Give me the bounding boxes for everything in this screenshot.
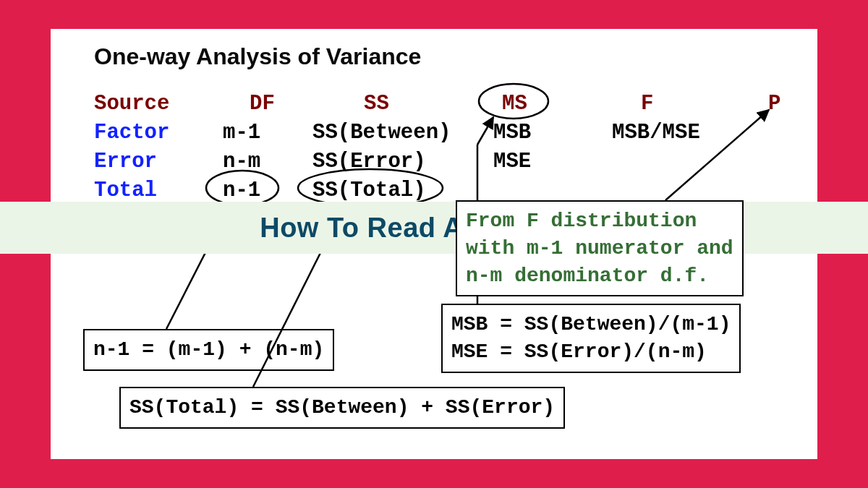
row-total-ss: SS(Total) [312,179,426,202]
row-factor-f: MSB/MSE [612,121,700,145]
row-error-df: n-m [223,150,260,174]
row-error-ms: MSE [493,150,531,174]
formula-fdist-line3: n-m denominator d.f. [466,262,733,290]
formula-df-total: n-1 = (m-1) + (n-m) [83,329,334,371]
row-total-label: Total [94,179,157,202]
row-error-ss: SS(Error) [312,150,426,174]
col-ms: MS [502,92,527,116]
svg-line-6 [477,117,493,145]
formula-ms: MSB = SS(Between)/(m-1) MSE = SS(Error)/… [441,304,741,373]
row-factor-df: m-1 [223,121,260,145]
col-df: DF [250,92,275,116]
col-f: F [641,92,653,116]
row-error-label: Error [94,150,157,174]
formula-msb: MSB = SS(Between)/(m-1) [451,311,731,338]
row-factor-ss: SS(Between) [312,121,451,145]
formula-fdist-line1: From F distribution [466,207,733,235]
row-factor-ms: MSB [493,121,531,145]
col-p: P [768,92,780,116]
formula-fdist-line2: with m-1 numerator and [466,235,733,262]
page-title: One-way Analysis of Variance [94,43,421,70]
col-source: Source [94,92,169,116]
formula-fdist: From F distribution with m-1 numerator a… [456,200,744,296]
row-factor-label: Factor [94,121,169,145]
row-total-df: n-1 [223,179,260,202]
formula-mse: MSE = SS(Error)/(n-m) [451,338,731,366]
col-ss: SS [364,92,389,116]
formula-ss-total: SS(Total) = SS(Between) + SS(Error) [119,387,565,429]
